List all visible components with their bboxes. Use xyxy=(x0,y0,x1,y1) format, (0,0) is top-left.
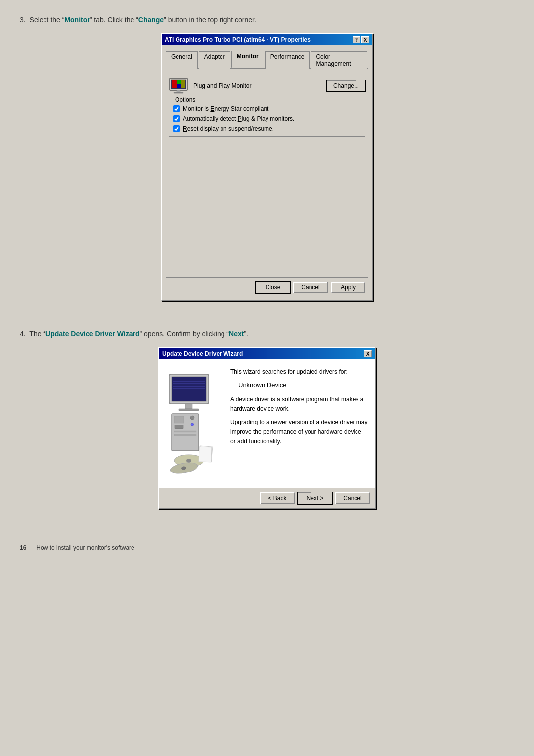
close-btn[interactable]: Close xyxy=(256,282,290,293)
checkbox-energy-star-input[interactable] xyxy=(173,105,180,112)
wizard-text-area: This wizard searches for updated drivers… xyxy=(223,359,375,488)
tab-adapter[interactable]: Adapter xyxy=(199,51,230,69)
svg-rect-21 xyxy=(174,431,196,432)
titlebar-buttons: ? X xyxy=(353,36,369,43)
tab-general[interactable]: General xyxy=(166,51,198,69)
svg-rect-4 xyxy=(177,84,181,88)
dialog1-titlebar: ATI Graphics Pro Turbo PCI (atim64 - VT)… xyxy=(162,34,372,45)
wizard-computer-icon xyxy=(162,369,221,488)
step3-text-before: Select the “ xyxy=(30,16,65,24)
wizard-illustration-area xyxy=(159,359,223,488)
page-number: 16 xyxy=(20,544,26,551)
wizard-footer: < Back Next > Cancel xyxy=(159,488,375,508)
step4-next-highlight: Next xyxy=(229,330,244,338)
tab-bar: General Adapter Monitor Performance Colo… xyxy=(166,49,368,69)
tab-color-management[interactable]: Color Management xyxy=(311,51,367,69)
checkbox-plug-play: Automatically detect Plug & Play monitor… xyxy=(173,115,361,122)
wizard-para2: A device driver is a software program th… xyxy=(230,395,368,414)
step4-text-after: ”. xyxy=(244,330,248,338)
step3-instruction: 3. Select the “Monitor” tab. Click the “… xyxy=(20,15,514,25)
tab-performance[interactable]: Performance xyxy=(265,51,310,69)
dialog1-title: ATI Graphics Pro Turbo PCI (atim64 - VT)… xyxy=(165,36,353,43)
step4-text-middle: ” opens. Confirm by clicking “ xyxy=(140,330,229,338)
wizard-titlebar: Update Device Driver Wizard X xyxy=(159,348,375,359)
checkbox-plug-play-label: Automatically detect Plug & Play monitor… xyxy=(183,115,294,122)
svg-point-19 xyxy=(190,416,194,420)
page-footer-text: How to install your monitor's software xyxy=(36,544,134,551)
wizard-device-name: Unknown Device xyxy=(238,380,368,391)
checkbox-energy-star-label: Monitor is Energy Star compliant xyxy=(183,105,268,112)
step3-text-middle: ” tab. Click the “ xyxy=(90,16,138,24)
apply-btn[interactable]: Apply xyxy=(331,282,365,293)
wizard-close-button[interactable]: X xyxy=(364,350,372,357)
step4-text-before: The “ xyxy=(29,330,45,338)
checkbox-reset-display: Reset display on suspend/resume. xyxy=(173,125,361,132)
checkbox-plug-play-input[interactable] xyxy=(173,115,180,122)
step3-container: 3. Select the “Monitor” tab. Click the “… xyxy=(20,15,514,317)
change-button[interactable]: Change... xyxy=(327,80,365,91)
svg-rect-5 xyxy=(181,80,185,88)
wizard-titlebar-buttons: X xyxy=(364,350,372,357)
checkbox-reset-display-label: Reset display on suspend/resume. xyxy=(183,125,274,132)
step4-number: 4. xyxy=(20,330,26,338)
tab-monitor[interactable]: Monitor xyxy=(231,51,264,68)
step4-instruction: 4. The “Update Device Driver Wizard” ope… xyxy=(20,329,514,339)
checkbox-energy-star: Monitor is Energy Star compliant xyxy=(173,105,361,112)
step4-wizard-highlight: Update Device Driver Wizard xyxy=(45,330,140,338)
step3-number: 3. xyxy=(20,16,26,24)
monitor-name: Plug and Play Monitor xyxy=(193,82,322,89)
svg-rect-15 xyxy=(179,409,199,411)
close-button[interactable]: X xyxy=(361,36,369,43)
svg-rect-7 xyxy=(174,92,183,93)
dialog1-footer: Close Cancel Apply xyxy=(166,277,368,296)
step3-text-after: ” button in the top right corner. xyxy=(164,16,256,24)
monitor-icon xyxy=(169,77,188,94)
wizard-dialog: Update Device Driver Wizard X xyxy=(158,347,376,509)
svg-rect-18 xyxy=(175,425,183,429)
page-footer: 16 How to install your monitor's softwar… xyxy=(20,539,514,551)
cancel-btn[interactable]: Cancel xyxy=(293,282,328,293)
dialog1-content: General Adapter Monitor Performance Colo… xyxy=(162,45,372,300)
svg-rect-22 xyxy=(174,434,196,436)
svg-point-20 xyxy=(191,423,194,426)
svg-rect-6 xyxy=(177,90,180,92)
svg-rect-17 xyxy=(174,416,184,423)
properties-dialog: ATI Graphics Pro Turbo PCI (atim64 - VT)… xyxy=(161,33,373,301)
options-label: Options xyxy=(173,96,197,103)
wizard-para3: Upgrading to a newer version of a device… xyxy=(230,418,368,446)
step3-dialog-container: ATI Graphics Pro Turbo PCI (atim64 - VT)… xyxy=(20,33,514,317)
dialog1-spacer xyxy=(166,139,368,198)
step3-change-highlight: Change xyxy=(138,16,164,24)
svg-rect-2 xyxy=(172,80,177,88)
wizard-dialog-container: Update Device Driver Wizard X xyxy=(20,347,514,509)
checkbox-reset-display-input[interactable] xyxy=(173,125,180,132)
options-group: Options Monitor is Energy Star compliant… xyxy=(169,100,365,137)
svg-rect-14 xyxy=(185,404,192,409)
step4-container: 4. The “Update Device Driver Wizard” ope… xyxy=(20,329,514,509)
back-button[interactable]: < Back xyxy=(260,492,295,504)
wizard-body: This wizard searches for updated drivers… xyxy=(159,359,375,488)
monitor-row: Plug and Play Monitor Change... xyxy=(166,73,368,98)
svg-rect-3 xyxy=(177,80,181,84)
wizard-intro: This wizard searches for updated drivers… xyxy=(230,367,368,377)
wizard-cancel-button[interactable]: Cancel xyxy=(335,492,370,504)
step3-monitor-highlight: Monitor xyxy=(64,16,89,24)
wizard-title: Update Device Driver Wizard xyxy=(162,350,243,357)
svg-point-24 xyxy=(186,459,191,463)
svg-rect-28 xyxy=(199,447,212,462)
next-button[interactable]: Next > xyxy=(298,492,332,504)
help-button[interactable]: ? xyxy=(353,36,360,43)
